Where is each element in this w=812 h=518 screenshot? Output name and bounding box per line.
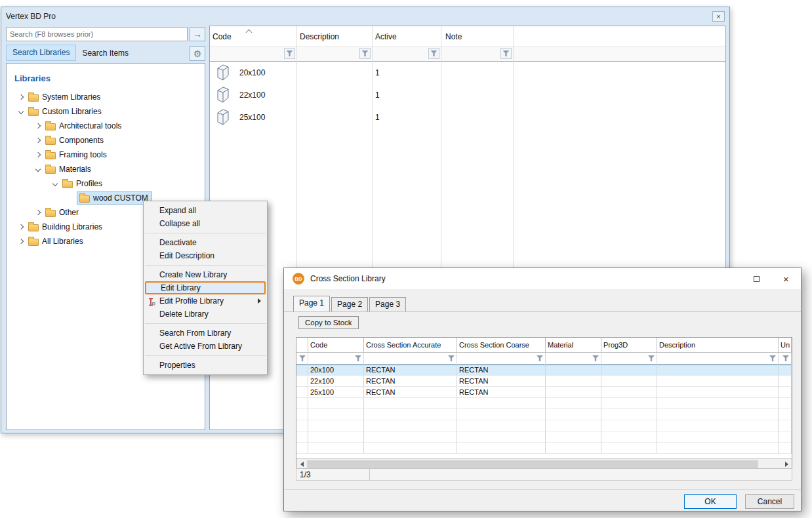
filter-funnel-icon[interactable] xyxy=(359,48,371,59)
scrollbar-thumb[interactable] xyxy=(307,460,758,468)
filter-funnel-icon[interactable] xyxy=(537,355,543,361)
dialog-cell xyxy=(657,376,779,387)
dialog-cell xyxy=(457,443,546,454)
tree-item-target[interactable]: wood CUSTOM xyxy=(77,192,152,204)
menu-item-deactivate[interactable]: Deactivate xyxy=(144,236,267,249)
filter-funnel-icon[interactable] xyxy=(592,355,599,361)
grid-row-20x100[interactable]: 20x1001 xyxy=(210,62,725,84)
dialog-column-header-material[interactable]: Material xyxy=(546,338,601,353)
copy-to-stock-button[interactable]: Copy to Stock xyxy=(298,316,359,329)
menu-item-properties[interactable]: Properties xyxy=(144,359,267,372)
dialog-cell: RECTAN xyxy=(364,365,457,376)
tree-item-system-libraries[interactable]: System Libraries xyxy=(7,90,205,104)
menu-item-expand-all[interactable]: Expand all xyxy=(144,204,267,217)
menu-item-edit-description[interactable]: Edit Description xyxy=(144,249,267,262)
tree-item-framing-tools[interactable]: Framing tools xyxy=(7,148,205,162)
column-header-note[interactable]: Note xyxy=(445,32,462,41)
tree-item-target[interactable]: All Libraries xyxy=(26,235,87,247)
chevron-down-icon[interactable] xyxy=(33,164,43,174)
menu-item-search-from-library[interactable]: Search From Library xyxy=(144,327,267,340)
chevron-down-icon[interactable] xyxy=(50,178,60,189)
dialog-column-header-cross-section-accurate[interactable]: Cross Section Accurate xyxy=(364,338,457,353)
dialog-cell xyxy=(546,420,601,431)
dialog-grid-row-20x100[interactable]: 20x100RECTANRECTAN xyxy=(296,365,792,376)
search-go-button[interactable]: → xyxy=(190,27,205,41)
chevron-right-icon[interactable] xyxy=(33,121,43,131)
chevron-right-icon[interactable] xyxy=(16,222,26,232)
tree-item-target[interactable]: Custom Libraries xyxy=(26,106,105,117)
dialog-column-header-cross-section-coarse[interactable]: Cross Section Coarse xyxy=(457,338,546,353)
dialog-grid-row-25x100[interactable]: 25x100RECTANRECTAN xyxy=(296,387,792,398)
ok-button[interactable]: OK xyxy=(684,494,737,509)
dialog-cell xyxy=(296,398,308,409)
tree-item-target[interactable]: System Libraries xyxy=(26,91,104,103)
grid-row-22x100[interactable]: 22x1001 xyxy=(210,84,725,106)
menu-item-edit-profile-library[interactable]: Edit Profile Library xyxy=(144,294,267,308)
tab-page-3[interactable]: Page 3 xyxy=(369,297,406,311)
menu-item-collapse-all[interactable]: Collapse all xyxy=(144,217,267,230)
tree-item-components[interactable]: Components xyxy=(7,133,205,148)
dialog-column-header-code[interactable]: Code xyxy=(308,338,364,353)
tree-item-materials[interactable]: Materials xyxy=(7,162,205,176)
maximize-button[interactable] xyxy=(742,268,771,289)
dialog-cell xyxy=(296,353,308,365)
dialog-cell xyxy=(546,387,601,398)
chevron-right-icon[interactable] xyxy=(16,236,26,247)
tree-item-target[interactable]: Components xyxy=(43,134,107,146)
column-header-active[interactable]: Active xyxy=(375,32,397,41)
column-header-description[interactable]: Description xyxy=(300,32,339,41)
tab-page-1[interactable]: Page 1 xyxy=(293,296,330,311)
menu-item-edit-library[interactable]: Edit Library xyxy=(145,281,266,294)
arrow-left-icon xyxy=(300,462,304,467)
dialog-column-header-description[interactable]: Description xyxy=(657,338,779,353)
tree-item-custom-libraries[interactable]: Custom Libraries xyxy=(7,104,205,119)
tree-item-target[interactable]: Framing tools xyxy=(43,149,110,161)
settings-button[interactable]: ⚙ xyxy=(190,46,205,61)
menu-item-delete-library[interactable]: Delete Library xyxy=(144,308,267,321)
cancel-button[interactable]: Cancel xyxy=(745,494,794,509)
chevron-right-icon[interactable] xyxy=(33,149,43,160)
folder-icon xyxy=(28,109,39,116)
dialog-cell xyxy=(779,353,792,365)
main-titlebar[interactable]: Vertex BD Pro × xyxy=(1,7,729,25)
column-header-code[interactable]: Code xyxy=(213,32,232,41)
dialog-cell xyxy=(546,365,601,376)
menu-item-get-active-from-library[interactable]: Get Active From Library xyxy=(144,340,267,353)
grid-row-25x100[interactable]: 25x1001 xyxy=(210,106,725,129)
tree-item-target[interactable]: Architectural tools xyxy=(43,120,125,132)
dialog-close-button[interactable]: × xyxy=(771,268,801,289)
filter-funnel-icon[interactable] xyxy=(284,48,295,59)
tree-item-profiles[interactable]: Profiles xyxy=(7,176,205,191)
filter-funnel-icon[interactable] xyxy=(648,355,655,361)
dialog-column-header-prog3d[interactable]: Prog3D xyxy=(601,338,657,353)
filter-funnel-icon[interactable] xyxy=(500,48,512,59)
chevron-right-icon[interactable] xyxy=(33,207,43,218)
tree-item-target[interactable]: Other xyxy=(43,207,82,218)
filter-funnel-icon[interactable] xyxy=(448,355,455,361)
cell-active: 1 xyxy=(375,90,380,100)
tab-search-items[interactable]: Search Items xyxy=(76,46,134,61)
search-input[interactable] xyxy=(6,27,188,41)
chevron-down-icon[interactable] xyxy=(16,106,26,117)
filter-funnel-icon[interactable] xyxy=(299,355,306,361)
tab-page-2[interactable]: Page 2 xyxy=(331,297,368,311)
chevron-right-icon[interactable] xyxy=(33,135,43,146)
filter-funnel-icon[interactable] xyxy=(769,355,776,361)
dialog-titlebar[interactable]: BD Cross Section Library × xyxy=(284,268,801,289)
tree-item-target[interactable]: Profiles xyxy=(60,178,106,189)
close-icon[interactable]: × xyxy=(712,11,725,22)
dialog-grid-row-22x100[interactable]: 22x100RECTANRECTAN xyxy=(296,376,792,387)
tree-item-target[interactable]: Materials xyxy=(43,163,94,175)
filter-funnel-icon[interactable] xyxy=(782,355,789,361)
horizontal-scrollbar[interactable] xyxy=(296,458,792,469)
dialog-column-header-un[interactable]: Un xyxy=(779,338,792,353)
dialog-cell xyxy=(657,365,779,376)
chevron-right-icon[interactable] xyxy=(16,92,26,102)
dialog-cell xyxy=(364,443,457,454)
tree-item-architectural-tools[interactable]: Architectural tools xyxy=(7,119,205,133)
filter-funnel-icon[interactable] xyxy=(355,355,361,361)
menu-item-create-new-library[interactable]: Create New Library xyxy=(144,268,267,281)
tree-item-target[interactable]: Building Libraries xyxy=(26,221,106,233)
filter-funnel-icon[interactable] xyxy=(428,48,439,59)
tab-search-libraries[interactable]: Search Libraries xyxy=(6,45,76,61)
